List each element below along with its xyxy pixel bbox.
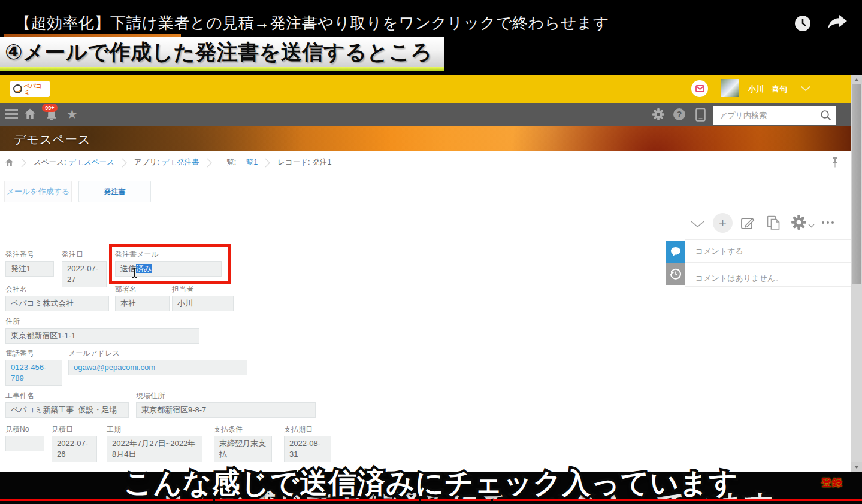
order-mail-input[interactable]: 送信済み bbox=[115, 261, 222, 277]
help-icon[interactable]: ? bbox=[673, 108, 685, 120]
favorites-star-icon[interactable]: ★ bbox=[66, 106, 78, 123]
chapter-gap bbox=[491, 499, 493, 501]
field-department-value: 本社 bbox=[115, 296, 170, 311]
email-link[interactable]: ogawa@pepacomi.com bbox=[68, 360, 247, 375]
vertical-scrollbar[interactable] bbox=[851, 75, 862, 472]
space-title: デモスペース bbox=[14, 132, 90, 148]
form-divider bbox=[0, 384, 492, 384]
banner-underline bbox=[0, 67, 444, 71]
breadcrumb-separator-icon bbox=[21, 158, 26, 168]
field-order-no: 発注番号 発注1 bbox=[5, 250, 54, 277]
breadcrumb-separator-icon bbox=[122, 158, 127, 168]
home-icon[interactable] bbox=[24, 108, 36, 120]
scrollbar-thumb[interactable] bbox=[852, 84, 861, 284]
user-menu-chevron-icon[interactable] bbox=[800, 86, 811, 92]
chapter-banner-text: ④メールで作成した発注書を送信するところ bbox=[0, 38, 432, 66]
kintone-app-window: ペパコミ 小川 喜句 99+ ★ ? bbox=[0, 75, 862, 472]
field-payment-terms-value: 末締翌月末支払 bbox=[214, 436, 272, 462]
field-person: 担当者 小川 bbox=[172, 284, 234, 311]
comment-input-prompt[interactable]: コメントする bbox=[685, 240, 851, 263]
chapter-gap bbox=[419, 499, 421, 501]
envelope-icon bbox=[695, 85, 704, 92]
breadcrumb-view-link[interactable]: 一覧1 bbox=[238, 157, 258, 168]
add-record-button[interactable]: + bbox=[713, 213, 733, 233]
breadcrumb-separator-icon bbox=[265, 158, 270, 168]
breadcrumb-app-link[interactable]: デモ発注書 bbox=[162, 157, 199, 168]
app-navbar: 99+ ★ ? bbox=[0, 103, 862, 126]
chapter-gap bbox=[213, 499, 215, 501]
brand-name: ペパコミ bbox=[24, 83, 47, 95]
field-email: メールアドレス ogawa@pepacomi.com bbox=[68, 348, 247, 375]
breadcrumb-record: レコード:発注1 bbox=[277, 157, 331, 168]
field-quote-no: 見積No bbox=[5, 424, 44, 451]
breadcrumb-home-icon[interactable] bbox=[5, 158, 14, 167]
header-mail-button[interactable] bbox=[691, 80, 708, 97]
field-project-value: ペパコミ新築工事_仮設・足場 bbox=[5, 402, 129, 418]
selected-text: 済み bbox=[136, 264, 152, 273]
watch-later-icon[interactable] bbox=[794, 14, 812, 32]
field-quote-no-value bbox=[5, 436, 44, 451]
breadcrumb: スペース:デモスペース アプリ:デモ発注書 一覧:一覧1 レコード:発注1 bbox=[0, 151, 862, 174]
share-icon[interactable] bbox=[827, 14, 848, 31]
pin-icon[interactable] bbox=[831, 157, 839, 168]
field-site-address: 現場住所 東京都新宿区9-8-7 bbox=[136, 391, 316, 418]
field-payment-due-value: 2022-08-31 bbox=[284, 436, 331, 462]
field-quote-date-value: 2022-07-26 bbox=[52, 436, 97, 462]
more-options-icon[interactable] bbox=[822, 221, 834, 224]
menu-icon[interactable] bbox=[5, 109, 18, 122]
space-cover-image: デモスペース bbox=[0, 126, 862, 151]
scroll-up-button[interactable] bbox=[851, 75, 862, 84]
field-site-address-value: 東京都新宿区9-8-7 bbox=[136, 402, 316, 418]
collapse-chevron-icon[interactable] bbox=[690, 220, 705, 228]
video-caption: こんな感じで送信済みにチェック入っています bbox=[0, 464, 862, 502]
settings-gear-icon[interactable] bbox=[652, 108, 665, 121]
text-cursor-icon bbox=[131, 267, 138, 278]
brand-logo[interactable]: ペパコミ bbox=[10, 81, 50, 97]
search-icon bbox=[820, 110, 831, 121]
field-company-value: ペパコミ株式会社 bbox=[5, 296, 109, 311]
phone-link[interactable]: 0123-456-789 bbox=[5, 360, 62, 386]
field-order-no-value: 発注1 bbox=[5, 261, 54, 277]
comments-empty-message: コメントはありません。 bbox=[685, 269, 851, 287]
field-project: 工事件名 ペパコミ新築工事_仮設・足場 bbox=[5, 391, 129, 418]
video-frame: 【超効率化】下請け業者との見積→発注書やり取りをワンクリックで終わらせます ④メ… bbox=[0, 0, 862, 504]
edit-record-icon[interactable] bbox=[740, 216, 755, 230]
breadcrumb-space-link[interactable]: デモスペース bbox=[68, 157, 114, 168]
create-mail-button[interactable]: メールを作成する bbox=[4, 181, 72, 202]
field-department: 部署名 本社 bbox=[115, 284, 170, 311]
order-sheet-button[interactable]: 発注書 bbox=[78, 181, 151, 202]
copy-record-icon[interactable] bbox=[767, 215, 781, 230]
field-order-date: 発注日 2022-07-27 bbox=[62, 250, 107, 287]
youtube-progress-bar[interactable] bbox=[0, 499, 862, 501]
comments-tab[interactable] bbox=[666, 241, 685, 263]
comment-bubble-icon bbox=[670, 247, 681, 257]
field-person-value: 小川 bbox=[172, 296, 234, 311]
field-payment-due: 支払期日 2022-08-31 bbox=[284, 424, 331, 462]
breadcrumb-view: 一覧:一覧1 bbox=[219, 157, 258, 168]
chapter-banner: ④メールで作成した発注書を送信するところ bbox=[0, 37, 444, 68]
app-header: ペパコミ 小川 喜句 bbox=[0, 75, 862, 103]
user-name[interactable]: 小川 喜句 bbox=[748, 84, 787, 95]
notification-badge: 99+ bbox=[42, 104, 58, 112]
field-order-mail: 発注書メール 送信済み bbox=[115, 250, 222, 277]
search-button[interactable] bbox=[815, 106, 836, 125]
history-icon bbox=[670, 268, 682, 280]
field-company: 会社名 ペパコミ株式会社 bbox=[5, 284, 109, 311]
field-quote-date: 見積日 2022-07-26 bbox=[52, 424, 97, 462]
breadcrumb-app: アプリ:デモ発注書 bbox=[134, 157, 199, 168]
history-tab[interactable] bbox=[666, 263, 685, 285]
video-title: 【超効率化】下請け業者との見積→発注書やり取りをワンクリックで終わらせます bbox=[15, 13, 609, 34]
user-avatar[interactable] bbox=[721, 79, 739, 97]
field-order-date-value: 2022-07-27 bbox=[62, 261, 107, 287]
gear-menu-chevron-icon[interactable] bbox=[808, 224, 815, 228]
field-payment-terms: 支払条件 末締翌月末支払 bbox=[214, 424, 272, 462]
breadcrumb-separator-icon bbox=[207, 158, 212, 168]
record-settings-gear-icon[interactable] bbox=[791, 214, 807, 230]
field-address-value: 東京都新宿区1-1-1 bbox=[5, 328, 199, 344]
mobile-icon[interactable] bbox=[695, 108, 706, 122]
search-input[interactable] bbox=[713, 111, 815, 120]
comments-panel: コメントする コメントはありません。 bbox=[685, 239, 851, 472]
field-period-value: 2022年7月27日~2022年8月4日 bbox=[107, 436, 202, 462]
subscribe-badge: 登録 bbox=[821, 476, 843, 490]
breadcrumb-space: スペース:デモスペース bbox=[34, 157, 114, 168]
